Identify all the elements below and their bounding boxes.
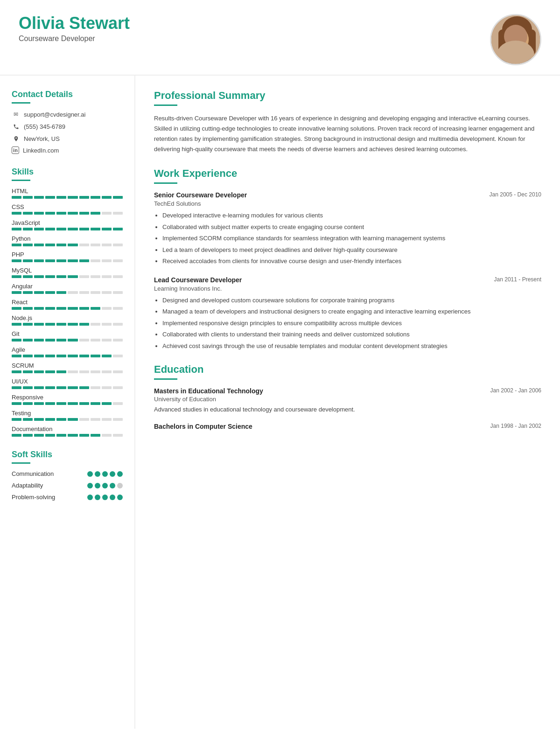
skill-bar-segment	[12, 355, 21, 357]
skill-bar	[12, 259, 123, 262]
job-header: Lead Courseware DeveloperJan 2011 - Pres…	[154, 276, 541, 284]
contact-phone: (555) 345-6789	[12, 122, 123, 131]
skill-bar-segment	[23, 402, 33, 405]
skill-bar-segment	[56, 323, 66, 326]
skill-bar-segment	[34, 196, 44, 199]
education-list: Masters in Educational TechnologyJan 200…	[154, 387, 541, 430]
skill-bar-segment	[45, 386, 55, 389]
skill-bar-segment	[45, 434, 55, 437]
svg-rect-2	[498, 29, 507, 55]
skill-bar-segment	[68, 259, 77, 262]
skill-bar-segment	[91, 244, 100, 246]
soft-skill-name: Adaptability	[12, 482, 43, 489]
work-section: Work Experience Senior Courseware Develo…	[154, 167, 541, 350]
soft-skill-dot	[110, 495, 115, 500]
skill-bar-segment	[45, 228, 55, 230]
skill-bar-segment	[45, 212, 55, 215]
soft-skill-dot	[110, 483, 115, 488]
contact-linkedin: in LinkedIn.com	[12, 146, 123, 154]
soft-skill-dot	[102, 483, 108, 488]
skill-bar-segment	[102, 402, 112, 405]
skill-bar-segment	[12, 339, 21, 342]
skill-bar-segment	[34, 212, 44, 215]
contact-email: ✉ support@cvdesigner.ai	[12, 110, 123, 119]
skill-bar-segment	[12, 370, 21, 373]
edu-header: Masters in Educational TechnologyJan 200…	[154, 387, 541, 395]
avatar	[490, 14, 541, 65]
skill-bar-segment	[56, 434, 66, 437]
skill-bar-segment	[113, 323, 123, 326]
skill-bar-segment	[68, 228, 77, 230]
skill-name: SCRUM	[12, 362, 123, 369]
skill-bar-segment	[34, 291, 44, 294]
skill-bar-segment	[12, 275, 21, 278]
skills-title: Skills	[12, 167, 123, 177]
skill-bar-segment	[68, 323, 77, 326]
skill-bar-segment	[45, 355, 55, 357]
job-entry: Senior Courseware DeveloperJan 2005 - De…	[154, 191, 541, 266]
skill-bar-segment	[91, 291, 100, 294]
job-bullet: Developed interactive e-learning modules…	[162, 211, 541, 220]
summary-divider	[154, 105, 177, 106]
skill-name: React	[12, 299, 123, 306]
edu-entry: Masters in Educational TechnologyJan 200…	[154, 387, 541, 414]
skill-bar	[12, 275, 123, 278]
skill-bar-segment	[34, 370, 44, 373]
skill-bar-segment	[56, 370, 66, 373]
skill-bar-segment	[79, 228, 89, 230]
skill-bar-segment	[68, 402, 77, 405]
edu-dates: Jan 2002 - Jan 2006	[490, 387, 541, 394]
skill-bar	[12, 339, 123, 342]
skill-bar-segment	[91, 212, 100, 215]
skill-bar-segment	[68, 307, 77, 310]
skill-bar-segment	[68, 386, 77, 389]
soft-skill-dot	[102, 471, 108, 477]
education-title: Education	[154, 363, 541, 376]
skill-name: UI/UX	[12, 378, 123, 385]
skill-bar-segment	[91, 355, 100, 357]
skill-bar-segment	[23, 418, 33, 421]
soft-skills-divider	[12, 462, 30, 464]
skill-bar-segment	[91, 386, 100, 389]
skill-bar-segment	[56, 196, 66, 199]
skill-bar-segment	[23, 259, 33, 262]
soft-skill-dot	[95, 483, 100, 488]
svg-point-5	[511, 36, 514, 40]
skill-bar-segment	[79, 212, 89, 215]
skill-bar-segment	[56, 228, 66, 230]
job-bullet: Collaborated with subject matter experts…	[162, 223, 541, 232]
soft-skill-item: Communication	[12, 470, 123, 477]
skill-bar-segment	[45, 196, 55, 199]
skill-bar-segment	[45, 339, 55, 342]
skill-item: Angular	[12, 283, 123, 294]
skill-bar-segment	[68, 275, 77, 278]
skill-name: Documentation	[12, 425, 123, 432]
skill-bar-segment	[102, 196, 112, 199]
skill-bar	[12, 370, 123, 373]
candidate-title: Courseware Developer	[19, 35, 130, 43]
linkedin-icon: in	[12, 146, 19, 154]
skill-bar-segment	[113, 370, 123, 373]
skill-bar-segment	[79, 291, 89, 294]
skill-bar-segment	[91, 275, 100, 278]
skill-bar-segment	[12, 323, 21, 326]
skill-item: MySQL	[12, 267, 123, 278]
job-company: Learning Innovations Inc.	[154, 285, 541, 292]
soft-skill-dots	[87, 471, 123, 477]
contact-title: Contact Details	[12, 90, 123, 99]
skill-bar-segment	[45, 402, 55, 405]
job-bullet: Led a team of developers to meet project…	[162, 245, 541, 255]
soft-skill-dot	[117, 471, 123, 477]
skill-bar	[12, 244, 123, 246]
skill-bar-segment	[23, 291, 33, 294]
skill-bar-segment	[91, 402, 100, 405]
job-title: Lead Courseware Developer	[154, 276, 242, 284]
skill-bar-segment	[113, 386, 123, 389]
skill-name: Responsive	[12, 394, 123, 401]
skill-bar	[12, 402, 123, 405]
skill-name: Python	[12, 235, 123, 242]
skill-bar-segment	[12, 244, 21, 246]
skill-bar-segment	[102, 212, 112, 215]
skill-bar-segment	[45, 275, 55, 278]
skill-item: Testing	[12, 410, 123, 421]
